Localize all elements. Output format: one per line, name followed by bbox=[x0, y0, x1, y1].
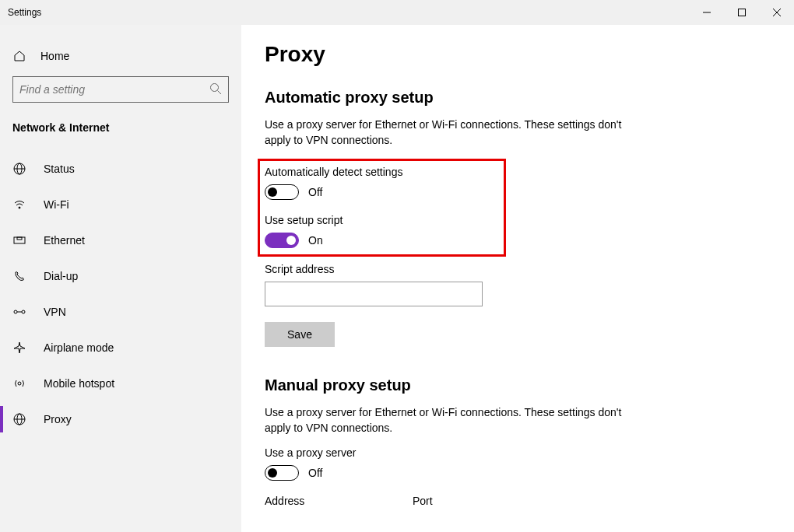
maximize-button[interactable] bbox=[724, 0, 759, 25]
auto-proxy-section-title: Automatic proxy setup bbox=[265, 89, 771, 107]
highlight-annotation: Automatically detect settings Off Use se… bbox=[258, 159, 506, 257]
title-bar: Settings bbox=[0, 0, 794, 25]
auto-detect-toggle[interactable] bbox=[265, 184, 299, 200]
sidebar-item-label: Wi-Fi bbox=[44, 198, 69, 211]
use-script-toggle[interactable] bbox=[265, 233, 299, 248]
search-input-container[interactable] bbox=[12, 76, 229, 103]
manual-proxy-description: Use a proxy server for Ethernet or Wi-Fi… bbox=[265, 405, 631, 436]
main-content: Proxy Automatic proxy setup Use a proxy … bbox=[241, 25, 794, 532]
sidebar-item-label: Dial-up bbox=[44, 270, 78, 282]
svg-rect-1 bbox=[738, 9, 745, 16]
svg-point-9 bbox=[19, 207, 20, 208]
sidebar-item-airplane[interactable]: Airplane mode bbox=[0, 330, 241, 366]
svg-rect-10 bbox=[14, 237, 25, 243]
use-script-state: On bbox=[308, 234, 323, 247]
sidebar-item-hotspot[interactable]: Mobile hotspot bbox=[0, 366, 241, 401]
page-title: Proxy bbox=[265, 42, 771, 67]
svg-point-15 bbox=[18, 382, 21, 385]
auto-proxy-description: Use a proxy server for Ethernet or Wi-Fi… bbox=[265, 117, 631, 148]
hotspot-icon bbox=[12, 377, 26, 390]
sidebar-item-label: Status bbox=[44, 163, 75, 175]
airplane-icon bbox=[12, 341, 26, 354]
address-label: Address bbox=[265, 495, 381, 507]
window-controls bbox=[689, 0, 794, 25]
dialup-icon bbox=[12, 270, 26, 282]
minimize-button[interactable] bbox=[689, 0, 724, 25]
sidebar-item-label: Mobile hotspot bbox=[44, 377, 114, 390]
ethernet-icon bbox=[12, 234, 26, 247]
script-address-input[interactable] bbox=[265, 282, 483, 306]
sidebar-item-label: Airplane mode bbox=[44, 341, 114, 354]
sidebar-item-status[interactable]: Status bbox=[0, 151, 241, 187]
search-icon bbox=[209, 82, 222, 97]
use-proxy-state: Off bbox=[308, 467, 322, 479]
svg-line-5 bbox=[218, 90, 222, 94]
sidebar-item-label: Proxy bbox=[44, 413, 72, 425]
save-button[interactable]: Save bbox=[265, 322, 335, 347]
wifi-icon bbox=[12, 198, 26, 211]
svg-point-4 bbox=[211, 83, 219, 91]
home-label: Home bbox=[40, 50, 69, 62]
use-proxy-label: Use a proxy server bbox=[265, 446, 771, 459]
sidebar-item-proxy[interactable]: Proxy bbox=[0, 401, 241, 437]
sidebar-item-label: Ethernet bbox=[44, 234, 85, 247]
auto-detect-state: Off bbox=[308, 186, 322, 198]
use-proxy-toggle[interactable] bbox=[265, 465, 299, 481]
port-label: Port bbox=[413, 495, 433, 507]
window-title: Settings bbox=[8, 7, 41, 18]
sidebar-item-label: VPN bbox=[44, 306, 66, 318]
proxy-icon bbox=[12, 413, 26, 425]
home-icon bbox=[12, 50, 26, 62]
close-button[interactable] bbox=[759, 0, 794, 25]
sidebar-item-ethernet[interactable]: Ethernet bbox=[0, 222, 241, 258]
auto-detect-label: Automatically detect settings bbox=[265, 166, 402, 178]
svg-point-12 bbox=[14, 310, 17, 313]
globe-icon bbox=[12, 163, 26, 175]
sidebar-item-vpn[interactable]: VPN bbox=[0, 294, 241, 330]
vpn-icon bbox=[12, 306, 26, 318]
sidebar-item-wifi[interactable]: Wi-Fi bbox=[0, 187, 241, 222]
home-nav[interactable]: Home bbox=[0, 39, 241, 73]
sidebar-section-label: Network & Internet bbox=[0, 114, 241, 151]
manual-proxy-section-title: Manual proxy setup bbox=[265, 376, 771, 394]
sidebar-item-dialup[interactable]: Dial-up bbox=[0, 258, 241, 294]
use-script-label: Use setup script bbox=[265, 214, 402, 226]
sidebar: Home Network & Internet Status Wi-Fi bbox=[0, 25, 241, 532]
search-input[interactable] bbox=[19, 83, 191, 96]
svg-point-13 bbox=[22, 310, 25, 313]
svg-rect-11 bbox=[17, 237, 22, 240]
script-address-label: Script address bbox=[265, 263, 771, 275]
